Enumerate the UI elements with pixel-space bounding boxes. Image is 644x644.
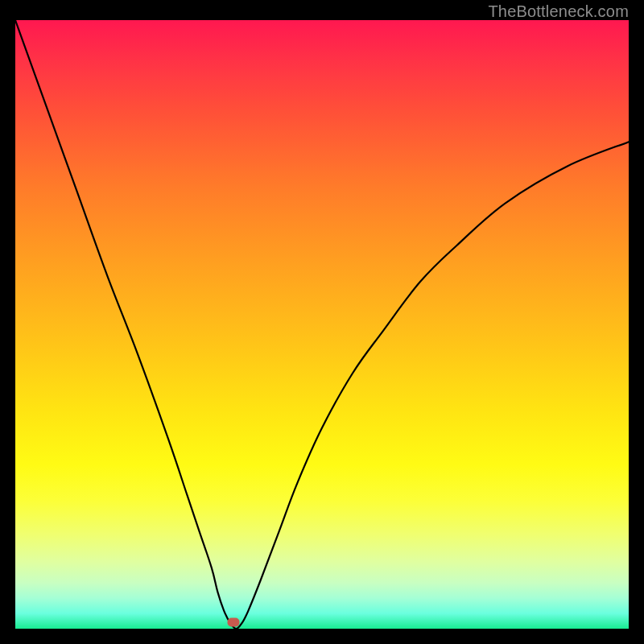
plot-area [15, 20, 629, 629]
chart-frame: TheBottleneck.com [15, 2, 629, 629]
watermark-text: TheBottleneck.com [488, 2, 629, 21]
bottleneck-curve [15, 20, 629, 629]
minimum-marker [227, 617, 239, 626]
